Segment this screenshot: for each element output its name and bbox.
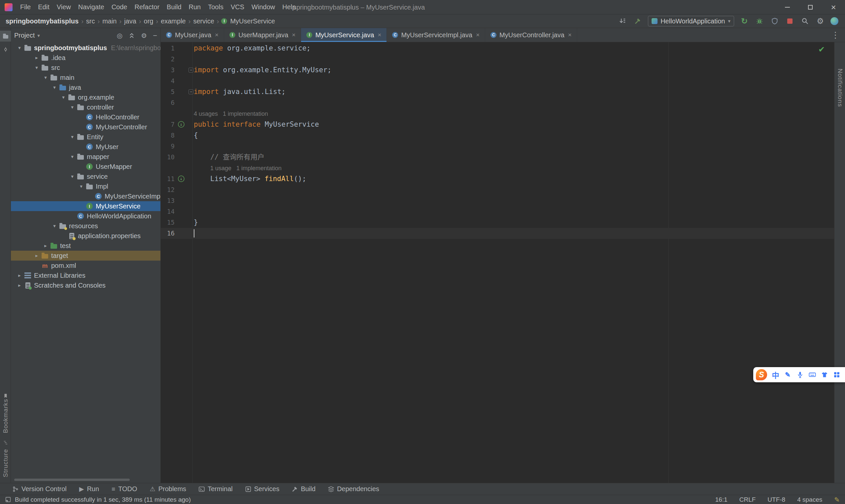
code-line[interactable]: 6 [161,97,834,108]
close-icon[interactable]: × [292,31,295,39]
tab-myuser[interactable]: MyUser.java × [161,28,224,42]
chevron-icon[interactable] [68,104,76,110]
tool-window-terminal[interactable]: Terminal [199,485,233,493]
tab-usermapper[interactable]: UserMapper.java × [224,28,301,42]
inlay-hint-line[interactable]: 4 usages 1 implementation [161,108,834,119]
code-line[interactable]: 1package org.example.service; [161,43,834,54]
caret-position[interactable]: 16:1 [715,496,727,503]
project-panel-title[interactable]: Project [14,32,35,39]
close-icon[interactable]: × [476,31,480,39]
tool-window-structure[interactable]: Structure [0,444,11,477]
fold-region-icon[interactable] [189,89,193,94]
line-ending[interactable]: CRLF [739,496,756,503]
line-number[interactable]: 3 [161,65,175,75]
chevron-icon[interactable] [16,282,23,288]
tree-item-hellocontroller[interactable]: HelloController [11,112,160,122]
ime-skin-icon[interactable] [818,372,830,378]
line-number[interactable]: 14 [161,206,175,217]
run-icon[interactable]: ↻ [739,16,749,26]
chevron-icon[interactable] [68,154,76,160]
line-number[interactable]: 16 [161,228,175,239]
close-icon[interactable]: × [568,31,572,39]
line-number[interactable]: 12 [161,184,175,195]
tree-item-service[interactable]: service [11,172,160,181]
code-line[interactable]: 9 [161,141,834,152]
implemented-marker-icon[interactable] [178,176,184,182]
maximize-button[interactable] [799,0,822,15]
line-number[interactable]: 15 [161,217,175,228]
file-encoding[interactable]: UTF-8 [768,496,785,503]
line-number[interactable]: 11 [161,174,175,184]
commit-icon[interactable] [0,44,11,55]
line-number[interactable]: 5 [161,86,175,97]
chevron-icon[interactable] [59,94,67,100]
tool-window-todo[interactable]: ≡ TODO [111,485,137,493]
tree-item-myuserservice[interactable]: MyUserService [11,201,160,211]
tree-item-application-properties[interactable]: application.properties [11,231,160,241]
line-number[interactable]: 1 [161,43,175,54]
breadcrumb-src[interactable]: src [85,17,97,26]
current-code-line[interactable]: 16 [161,228,834,239]
more-tabs-icon[interactable]: ⋮ [826,28,845,42]
tool-window-run[interactable]: ▶ Run [79,485,99,493]
breadcrumb-service[interactable]: service [191,17,215,26]
code-line[interactable]: 7public interface MyUserService [161,119,834,130]
project-tool-icon[interactable] [0,31,11,41]
line-number[interactable]: 4 [161,75,175,86]
chevron-down-icon[interactable]: ▾ [37,33,40,39]
tree-item-mapper[interactable]: mapper [11,152,160,162]
minimize-button[interactable] [776,0,799,15]
tree-item-controller[interactable]: controller [11,102,160,112]
menu-window[interactable]: Window [248,0,279,14]
code-line[interactable]: 10// 查询所有用户 [161,152,834,163]
sogou-logo-icon[interactable]: S [756,369,767,380]
chevron-icon[interactable] [33,253,40,258]
menu-file[interactable]: File [17,0,34,14]
ime-language-toggle[interactable]: 中 [770,370,781,380]
search-icon[interactable] [800,16,810,26]
line-number[interactable]: 8 [161,130,175,141]
inlay-hint-line[interactable]: 1 usage 1 implementation [161,163,834,174]
line-number[interactable]: 9 [161,141,175,152]
code-line[interactable]: 8{ [161,130,834,141]
code-editor[interactable]: 1package org.example.service; 2 3import … [161,42,834,483]
tool-window-services[interactable]: Services [245,485,280,493]
ime-apps-grid-icon[interactable] [830,372,843,378]
tree-item-project-root[interactable]: springbootmybatisplusE:\learn\springboot [11,43,160,53]
chevron-icon[interactable] [68,134,76,140]
tab-myuserservice[interactable]: MyUserService.java × [301,28,387,42]
tree-item-java[interactable]: java [11,83,160,92]
tree-item-scratches[interactable]: Scratches and Consoles [11,281,160,290]
tree-item-test[interactable]: test [11,241,160,251]
chevron-icon[interactable] [33,65,40,71]
line-number[interactable]: 7 [161,119,175,130]
usages-inlay-hint[interactable]: 4 usages 1 implementation [194,110,268,117]
settings-gear-icon[interactable]: ⚙ [815,16,825,26]
menu-view[interactable]: View [53,0,75,14]
tool-window-bookmarks[interactable]: Bookmarks [0,397,11,433]
hide-panel-icon[interactable]: − [153,31,157,40]
close-button[interactable]: × [822,0,845,15]
stop-icon[interactable] [785,16,795,26]
tree-item-pom-xml[interactable]: pom.xml [11,260,160,270]
tool-window-dependencies[interactable]: Dependencies [328,485,379,493]
ime-pen-icon[interactable]: ✎ [781,371,794,379]
code-line[interactable]: 2 [161,54,834,65]
code-line[interactable]: 11List<MyUser> findAll(); [161,174,834,184]
code-line[interactable]: 15} [161,217,834,228]
menu-build[interactable]: Build [163,0,185,14]
tool-windows-toggle-icon[interactable] [5,497,11,502]
tab-myusercontroller[interactable]: MyUserController.java × [485,28,577,42]
writable-pencil-icon[interactable]: ✎ [834,496,840,504]
implemented-marker-icon[interactable] [178,121,184,128]
tree-item-idea[interactable]: .idea [11,53,160,63]
close-icon[interactable]: × [215,31,218,39]
tree-item-entity[interactable]: Entity [11,132,160,142]
tool-window-version-control[interactable]: Version Control [13,485,67,493]
code-line[interactable]: 3import org.example.Entity.MyUser; [161,65,834,75]
tree-item-external-libraries[interactable]: External Libraries [11,270,160,281]
chevron-icon[interactable] [41,74,50,80]
update-project-icon[interactable] [618,16,628,26]
chevron-icon[interactable] [33,55,40,61]
chevron-icon[interactable] [51,223,58,229]
